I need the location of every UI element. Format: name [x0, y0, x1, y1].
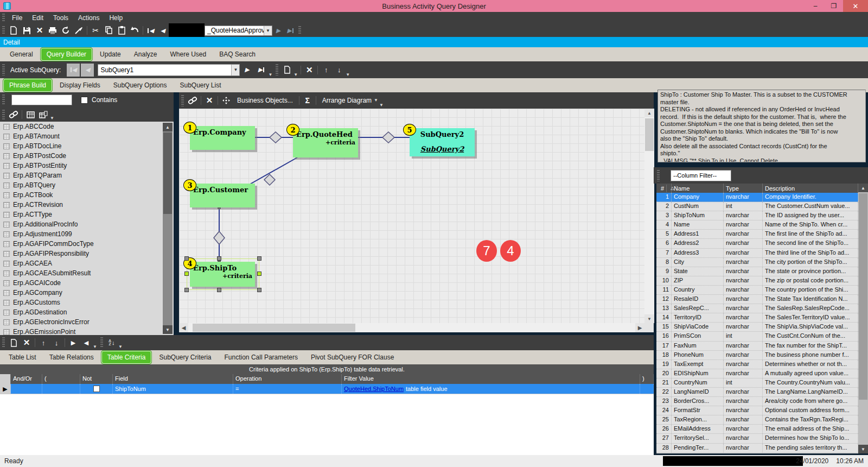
phrase-tab[interactable]: Display Fields [54, 79, 106, 91]
business-table-icon[interactable] [37, 109, 50, 121]
menu-item[interactable]: File [7, 12, 27, 24]
scroll-left-icon[interactable]: ◀ [179, 323, 188, 332]
resize-handle[interactable] [257, 256, 261, 261]
move-diagram-icon[interactable] [220, 94, 233, 106]
field-row[interactable]: 15 ShipViaCode nvarchar The ShipVia.Ship… [656, 323, 858, 332]
menu-item[interactable]: Actions [73, 12, 104, 24]
scroll-up-icon[interactable]: ▲ [163, 123, 173, 131]
table-list-scrollbar[interactable]: ▲ ▼ [163, 123, 173, 334]
main-tab[interactable]: Update [94, 48, 126, 60]
column-header-name[interactable]: Name [672, 184, 724, 193]
column-header-field[interactable]: Field [113, 374, 233, 384]
last-record-button[interactable]: ▶ [284, 24, 296, 36]
field-row[interactable]: 13 SalesRepC... nvarchar The SalesRep.Sa… [656, 304, 858, 313]
criteria-tab[interactable]: Table Relations [44, 351, 99, 363]
copy-icon[interactable] [102, 24, 115, 36]
criteria-tab[interactable]: Table List [3, 351, 42, 363]
filter-value-link[interactable]: QuoteHed.ShipToNum [344, 386, 404, 392]
field-row[interactable]: 17 FaxNum nvarchar The fax number for th… [656, 342, 858, 351]
resize-handle[interactable] [184, 288, 189, 292]
criteria-tab[interactable]: Pivot SubQuery FOR Clause [305, 351, 399, 363]
table-list-item[interactable]: Erp.AGDestination [0, 307, 174, 317]
query-diagram-canvas[interactable]: Erp.Company 1 Erp.QuoteHed +criteria 2 S… [179, 109, 644, 323]
first-record-button[interactable]: ◀ [145, 24, 157, 36]
new-subquery-icon[interactable] [280, 64, 293, 76]
column-header-type[interactable]: Type [724, 184, 763, 193]
not-checkbox[interactable] [80, 384, 113, 394]
table-list-item[interactable]: Erp.AGAFIPCommDocType [0, 239, 174, 249]
table-list-item[interactable]: Erp.ACTRevision [0, 200, 174, 210]
resize-handle[interactable] [184, 272, 189, 276]
operation-cell[interactable]: = [233, 384, 342, 394]
delete-subquery-icon[interactable]: ✕ [303, 64, 316, 76]
link-table-icon[interactable] [7, 109, 20, 121]
table-list-item[interactable]: Erp.ABTDocLine [0, 141, 174, 151]
table-list-item[interactable]: Erp.ACTBook [0, 190, 174, 200]
field-row[interactable]: 28 PendingTer... nvarchar The pending sa… [656, 444, 858, 453]
filter-value-cell[interactable]: QuoteHed.ShipToNumtable field value [342, 384, 640, 394]
main-tab[interactable]: Query Builder [41, 48, 92, 61]
business-objects-button[interactable]: Business Objects... [237, 97, 293, 104]
remove-table-icon[interactable]: ✕ [203, 94, 216, 106]
field-grid-scrollbar[interactable]: ▲ ▼ [858, 184, 868, 453]
indent-right-icon[interactable]: ▶ [67, 337, 80, 349]
column-filter-input[interactable] [671, 170, 731, 181]
field-row[interactable]: 7 Address3 nvarchar The third line of th… [656, 249, 858, 258]
field-row[interactable]: 3 ShipToNum nvarchar The ID assigned by … [656, 211, 858, 220]
previous-subquery-button[interactable]: ◀ [81, 64, 94, 77]
table-list-item[interactable]: Erp.AGCAEA [0, 258, 174, 268]
table-list-item[interactable]: Erp.AGElectronicInvcError [0, 317, 174, 327]
table-search-input[interactable] [11, 94, 72, 105]
table-list-item[interactable]: Erp.AGCompany [0, 288, 174, 298]
toolbar-overflow-caret[interactable]: ▼ [118, 344, 123, 349]
field-row[interactable]: 1 Company nvarchar Company Identifier. [656, 193, 858, 202]
table-list-item[interactable]: Erp.AGCAICode [0, 278, 174, 288]
canvas-vertical-scrollbar[interactable]: ▲ ▼ [644, 109, 654, 323]
toolbar-overflow-caret[interactable]: ▼ [93, 344, 97, 349]
toolbar-overflow-caret[interactable]: ▼ [50, 116, 54, 121]
field-row[interactable]: 12 ResaleID nvarchar The State Tax Ident… [656, 295, 858, 304]
resize-handle[interactable] [257, 288, 261, 292]
delete-criteria-icon[interactable]: ✕ [20, 337, 33, 349]
chevron-down-icon[interactable]: ▼ [264, 26, 272, 35]
indent-left-icon[interactable]: ◀ [80, 337, 93, 349]
new-criteria-icon[interactable] [7, 337, 20, 349]
column-header-andor[interactable]: And/Or [11, 374, 42, 384]
diagram-node-subquery2[interactable]: SubQuery2 SubQuery2 [410, 128, 475, 156]
column-header-not[interactable]: Not [80, 374, 113, 384]
move-down-icon[interactable]: ↓ [50, 337, 63, 349]
field-row[interactable]: 18 PhoneNum nvarchar The business phone … [656, 351, 858, 360]
cut-icon[interactable]: ✂ [89, 24, 102, 36]
arrange-diagram-button[interactable]: Arrange Diagram [322, 97, 372, 104]
phrase-tab[interactable]: SubQuery Options [108, 79, 173, 91]
resize-handle[interactable] [257, 272, 261, 276]
field-row[interactable]: 9 State nvarchar The state or province p… [656, 267, 858, 276]
next-record-button[interactable]: ▶ [272, 24, 284, 36]
field-row[interactable]: 4 Name nvarchar Name of the ShipTo. When… [656, 220, 858, 230]
field-row[interactable]: 10 ZIP nvarchar The zip or postal code p… [656, 276, 858, 286]
previous-record-button[interactable]: ◀ [157, 24, 169, 36]
move-down-icon[interactable]: ↓ [333, 64, 346, 76]
table-list-item[interactable]: Erp.AGAFIPResponsibility [0, 249, 174, 258]
move-up-icon[interactable]: ↑ [320, 64, 333, 76]
table-list-item[interactable]: Erp.AdditionalProcInfo [0, 219, 174, 229]
column-header-open-paren[interactable]: ( [42, 374, 80, 384]
menu-item[interactable]: Edit [27, 12, 48, 24]
new-icon[interactable] [7, 24, 20, 36]
field-row[interactable]: 22 LangNameID nvarchar The LangName.Lang… [656, 388, 858, 397]
clear-icon[interactable] [72, 24, 85, 36]
toolbar-overflow-caret[interactable]: ▼ [268, 72, 272, 77]
table-list-item[interactable]: Erp.ACTType [0, 210, 174, 219]
table-list-item[interactable]: Erp.ABTPostEntity [0, 161, 174, 171]
resize-handle[interactable] [217, 288, 221, 292]
field-row[interactable]: 23 BorderCros... nvarchar Area/city code… [656, 397, 858, 406]
table-list-item[interactable]: Erp.ABTQuery [0, 180, 174, 190]
main-tab[interactable]: BAQ Search [214, 48, 261, 60]
field-row[interactable]: 14 TerritoryID nvarchar The SalesTer.Ter… [656, 313, 858, 323]
main-tab[interactable]: Analyze [129, 48, 163, 60]
field-row[interactable]: 25 TaxRegion... nvarchar Contains the Ta… [656, 415, 858, 425]
contains-checkbox[interactable] [81, 97, 88, 104]
field-row[interactable]: 21 CountryNum int The Country.CountryNum… [656, 378, 858, 388]
phrase-tab[interactable]: Phrase Build [3, 79, 52, 92]
move-up-icon[interactable]: ↑ [37, 337, 50, 349]
